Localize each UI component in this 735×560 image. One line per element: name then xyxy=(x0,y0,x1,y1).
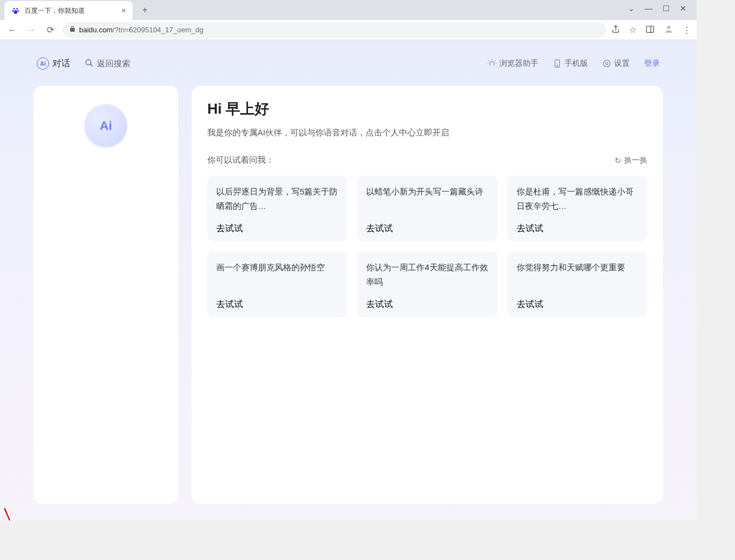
svg-point-1 xyxy=(16,8,18,9)
menu-icon[interactable]: ⋮ xyxy=(683,25,691,35)
settings-label: 设置 xyxy=(614,59,630,69)
try-button[interactable]: 去试试 xyxy=(366,223,488,235)
lock-icon xyxy=(69,26,76,34)
window-minimize-icon[interactable]: — xyxy=(645,4,653,13)
back-button[interactable]: ← xyxy=(6,25,19,35)
svg-point-0 xyxy=(13,8,15,9)
browser-helper-label: 浏览器助手 xyxy=(499,59,538,69)
main-row: Ai Hi 早上好 我是你的专属AI伙伴，可以与你语音对话，点击个人中心立即开启… xyxy=(33,86,663,504)
window-close-icon[interactable]: ✕ xyxy=(680,4,687,13)
suggestion-card[interactable]: 你觉得努力和天赋哪个更重要去试试 xyxy=(508,251,648,317)
suggestion-grid: 以后羿逐日为背景，写5篇关于防晒霜的广告…去试试以蜡笔小新为开头写一篇藏头诗去试… xyxy=(207,176,648,317)
login-label: 登录 xyxy=(644,59,660,69)
browser-tab-bar: 百度一下，你就知道 × + xyxy=(0,0,697,20)
try-button[interactable]: 去试试 xyxy=(366,299,488,310)
login-link[interactable]: 登录 xyxy=(644,59,660,69)
suggestion-card[interactable]: 你是杜甫，写一篇感慨快递小哥日夜辛劳七…去试试 xyxy=(508,176,648,241)
try-button[interactable]: 去试试 xyxy=(216,223,338,235)
address-bar: ← → ⟳ baidu.com/?tn=62095104_17_oem_dg ☆… xyxy=(0,20,697,40)
svg-point-8 xyxy=(86,60,91,65)
chat-tab[interactable]: Ai 对话 xyxy=(37,57,70,70)
profile-icon[interactable] xyxy=(664,24,674,36)
svg-point-13 xyxy=(603,60,610,67)
share-icon[interactable] xyxy=(611,25,620,35)
suggestion-card[interactable]: 以后羿逐日为背景，写5篇关于防晒霜的广告…去试试 xyxy=(207,176,347,241)
try-button[interactable]: 去试试 xyxy=(517,299,639,310)
suggestion-text: 以后羿逐日为背景，写5篇关于防晒霜的广告… xyxy=(216,184,338,223)
baidu-favicon-icon xyxy=(11,6,20,15)
new-tab-button[interactable]: + xyxy=(137,5,153,15)
search-icon xyxy=(85,59,94,69)
suggestion-text: 你是杜甫，写一篇感慨快递小哥日夜辛劳七… xyxy=(517,184,639,223)
suggestion-card[interactable]: 以蜡笔小新为开头写一篇藏头诗去试试 xyxy=(357,176,497,241)
svg-point-7 xyxy=(667,26,670,29)
refresh-icon: ↻ xyxy=(615,156,621,165)
back-search-label: 返回搜索 xyxy=(97,59,130,69)
left-panel: Ai xyxy=(33,86,178,504)
try-label: 你可以试着问我： xyxy=(207,155,274,165)
forward-button[interactable]: → xyxy=(25,25,38,35)
chat-tab-label: 对话 xyxy=(52,58,70,70)
greeting-subtitle: 我是你的专属AI伙伴，可以与你语音对话，点击个人中心立即开启 xyxy=(207,128,648,138)
reload-button[interactable]: ⟳ xyxy=(43,25,57,35)
url-box[interactable]: baidu.com/?tn=62095104_17_oem_dg xyxy=(62,22,606,38)
tab-title: 百度一下，你就知道 xyxy=(25,6,117,16)
suggestion-text: 你认为一周工作4天能提高工作效率吗 xyxy=(366,260,488,299)
try-button[interactable]: 去试试 xyxy=(216,299,338,310)
suggestion-card[interactable]: 你认为一周工作4天能提高工作效率吗去试试 xyxy=(357,251,497,317)
bookmark-icon[interactable]: ☆ xyxy=(629,25,636,35)
browser-helper-link[interactable]: 浏览器助手 xyxy=(488,59,538,69)
right-panel: Hi 早上好 我是你的专属AI伙伴，可以与你语音对话，点击个人中心立即开启 你可… xyxy=(192,86,663,504)
back-to-search[interactable]: 返回搜索 xyxy=(85,59,130,69)
window-controls: ⌄ — ☐ ✕ xyxy=(628,0,697,17)
browser-tab[interactable]: 百度一下，你就知道 × xyxy=(4,1,133,20)
refresh-label: 换一换 xyxy=(624,155,648,165)
svg-rect-5 xyxy=(646,26,654,32)
svg-point-11 xyxy=(557,65,557,66)
svg-line-9 xyxy=(90,64,93,66)
window-dropdown-icon[interactable]: ⌄ xyxy=(628,4,635,13)
svg-point-3 xyxy=(17,10,19,12)
suggestion-card[interactable]: 画一个赛博朋克风格的孙悟空去试试 xyxy=(207,251,347,317)
ai-avatar-icon: Ai xyxy=(84,104,128,148)
svg-point-12 xyxy=(606,62,608,65)
url-text: baidu.com/?tn=62095104_17_oem_dg xyxy=(79,26,203,34)
mobile-label: 手机版 xyxy=(564,59,588,69)
page-top-nav: Ai 对话 返回搜索 浏览器助手 手机版 xyxy=(33,51,663,76)
ai-badge-icon: Ai xyxy=(37,57,49,70)
try-button[interactable]: 去试试 xyxy=(517,223,639,235)
annotation-arrow xyxy=(0,504,61,520)
refresh-button[interactable]: ↻ 换一换 xyxy=(615,155,648,165)
address-bar-actions: ☆ ⋮ xyxy=(611,24,691,36)
tab-close-icon[interactable]: × xyxy=(121,6,126,15)
svg-point-2 xyxy=(12,10,14,12)
mobile-link[interactable]: 手机版 xyxy=(553,59,588,69)
greeting-title: Hi 早上好 xyxy=(207,99,648,119)
settings-link[interactable]: 设置 xyxy=(602,59,630,69)
window-maximize-icon[interactable]: ☐ xyxy=(663,4,670,13)
suggestion-text: 以蜡笔小新为开头写一篇藏头诗 xyxy=(366,184,488,223)
svg-point-4 xyxy=(14,10,17,14)
suggestion-text: 画一个赛博朋克风格的孙悟空 xyxy=(216,260,338,299)
page-viewport: Ai 对话 返回搜索 浏览器助手 手机版 xyxy=(0,40,697,520)
suggestion-text: 你觉得努力和天赋哪个更重要 xyxy=(517,260,639,299)
svg-line-14 xyxy=(4,508,50,520)
sidepanel-icon[interactable] xyxy=(645,25,655,36)
